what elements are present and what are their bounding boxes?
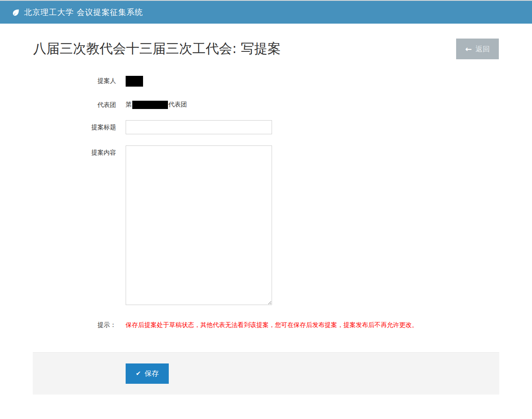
proposer-row: 提案人 (33, 74, 499, 87)
form-actions-bar: ✔ 保存 (33, 352, 499, 395)
page-header: 八届三次教代会十三届三次工代会: 写提案 ← 返回 (33, 24, 499, 59)
proposal-content-textarea[interactable] (126, 145, 272, 305)
delegation-suffix: 代表团 (168, 101, 187, 108)
proposal-title-input[interactable] (126, 120, 272, 134)
proposal-content-label: 提案内容 (33, 145, 116, 157)
proposer-value (126, 74, 499, 87)
delegation-row: 代表团 第代表团 (33, 98, 499, 109)
redacted-delegation-name (132, 101, 168, 109)
leaf-icon (11, 8, 20, 17)
hint-label: 提示： (33, 318, 116, 329)
proposal-content-row: 提案内容 (33, 145, 499, 307)
proposal-form: 提案人 代表团 第代表团 提案标题 提案内容 (33, 74, 499, 329)
proposal-title-row: 提案标题 (33, 120, 499, 134)
back-button[interactable]: ← 返回 (456, 39, 499, 59)
top-navbar: 北京理工大学 会议提案征集系统 (0, 0, 532, 24)
proposal-title-label: 提案标题 (33, 120, 116, 131)
delegation-prefix: 第 (126, 101, 132, 108)
hint-row: 提示： 保存后提案处于草稿状态，其他代表无法看到该提案，您可在保存后发布提案，提… (33, 318, 499, 329)
app-title: 北京理工大学 会议提案征集系统 (24, 7, 143, 18)
proposer-label: 提案人 (33, 74, 116, 85)
save-button-label: 保存 (145, 369, 159, 378)
arrow-left-icon: ← (465, 45, 472, 53)
page-title: 八届三次教代会十三届三次工代会: 写提案 (33, 39, 281, 58)
check-icon: ✔ (136, 371, 141, 377)
save-button[interactable]: ✔ 保存 (126, 363, 169, 384)
delegation-value: 第代表团 (126, 98, 499, 109)
hint-text: 保存后提案处于草稿状态，其他代表无法看到该提案，您可在保存后发布提案，提案发布后… (126, 318, 499, 329)
bottom-whitespace (0, 395, 532, 412)
back-button-label: 返回 (476, 44, 490, 54)
redacted-proposer-name (126, 76, 143, 87)
delegation-label: 代表团 (33, 98, 116, 109)
